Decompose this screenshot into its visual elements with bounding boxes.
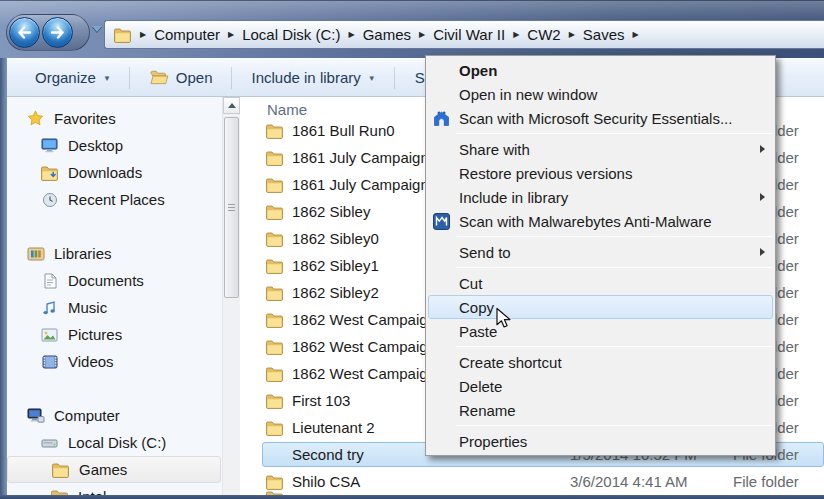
sidebar-scrollbar[interactable] [222, 97, 240, 495]
file-name: Shilo CSA [292, 473, 360, 490]
scrollbar-thumb[interactable] [224, 117, 239, 298]
menu-item-properties[interactable]: Properties [426, 429, 775, 453]
window-bottom-border [0, 495, 824, 499]
file-name: First 103 [292, 392, 350, 409]
menu-item-open[interactable]: Open [426, 58, 775, 82]
breadcrumb: ▶Computer▶Local Disk (C:)▶Games▶Civil Wa… [132, 26, 647, 43]
menu-separator [456, 425, 772, 426]
breadcrumb-segment-local-disk-c[interactable]: Local Disk (C:) [242, 26, 340, 43]
breadcrumb-segment-saves[interactable]: Saves [583, 26, 625, 43]
menu-item-label: Scan with Microsoft Security Essentials.… [459, 110, 732, 127]
menu-item-restore-previous-versions[interactable]: Restore previous versions [426, 161, 775, 185]
toolbar-button-open[interactable]: Open [138, 65, 225, 91]
breadcrumb-segment-computer[interactable]: Computer [154, 26, 220, 43]
menu-item-cut[interactable]: Cut [426, 271, 775, 295]
menu-item-label: Create shortcut [459, 354, 562, 371]
sidebar-group-label: Favorites [54, 110, 116, 127]
file-name: 1862 West Campaign [292, 365, 436, 382]
file-name: 1861 July Campaign [292, 176, 429, 193]
recent-pages-dropdown chevron-down-icon[interactable] [92, 26, 102, 32]
menu-item-paste[interactable]: Paste [426, 319, 775, 343]
context-menu: OpenOpen in new windowScan with Microsof… [425, 55, 776, 456]
breadcrumb-segment-civil-war-ii[interactable]: Civil War II [433, 26, 505, 43]
folder-icon [265, 312, 284, 328]
folder-icon [265, 474, 284, 490]
nav-buttons [6, 14, 90, 51]
sidebar-item-local-disk-c[interactable]: Local Disk (C:) [7, 429, 222, 456]
file-name: 1862 Sibley2 [292, 284, 379, 301]
sidebar-group-gap [7, 375, 222, 402]
menu-item-rename[interactable]: Rename [426, 398, 775, 422]
mse-icon [431, 108, 451, 128]
back-button[interactable] [9, 17, 40, 48]
breadcrumb-arrow[interactable]: ▶ [513, 30, 519, 39]
sidebar-group-gap [7, 213, 222, 240]
sidebar-item-games[interactable]: Games [7, 456, 221, 483]
file-type: File folder [733, 473, 799, 490]
scrollbar-up-button[interactable] [223, 97, 240, 114]
videos-icon [40, 355, 59, 369]
sidebar-group-computer[interactable]: Computer [7, 402, 222, 429]
sidebar-item-documents[interactable]: Documents [7, 267, 222, 294]
menu-item-include-in-library[interactable]: Include in library [426, 185, 775, 209]
desktop-icon [40, 138, 59, 153]
menu-separator [456, 236, 772, 237]
libraries-icon [26, 246, 45, 262]
folder-icon [265, 393, 284, 409]
toolbar-button-include-in-library[interactable]: Include in library▼ [240, 65, 388, 91]
arrow-left-icon [15, 26, 34, 39]
menu-item-share-with[interactable]: Share with [426, 137, 775, 161]
file-name: Lieutenant 2 [292, 419, 375, 436]
address-bar[interactable]: ▶Computer▶Local Disk (C:)▶Games▶Civil Wa… [104, 20, 824, 49]
toolbar-button-organize[interactable]: Organize▼ [23, 65, 123, 91]
window-left-border [0, 58, 7, 499]
breadcrumb-arrow[interactable]: ▶ [228, 30, 234, 39]
folder-icon [51, 462, 70, 478]
sidebar-item-pictures[interactable]: Pictures [7, 321, 222, 348]
folder-icon [265, 177, 284, 193]
file-name: 1861 July Campaign [292, 149, 429, 166]
submenu-arrow-icon [760, 145, 765, 153]
menu-separator [456, 346, 772, 347]
sidebar-group-label: Computer [54, 407, 120, 424]
column-header-name[interactable]: Name [267, 101, 307, 118]
sidebar-item-desktop[interactable]: Desktop [7, 132, 222, 159]
breadcrumb-arrow[interactable]: ▶ [633, 30, 639, 39]
menu-item-label: Cut [459, 275, 482, 292]
menu-item-label: Delete [459, 378, 502, 395]
sidebar-group-libraries[interactable]: Libraries [7, 240, 222, 267]
sidebar-group-favorites[interactable]: Favorites [7, 105, 222, 132]
menu-item-label: Paste [459, 323, 497, 340]
menu-item-scan-with-microsoft-security-essentials[interactable]: Scan with Microsoft Security Essentials.… [426, 106, 775, 130]
menu-item-create-shortcut[interactable]: Create shortcut [426, 350, 775, 374]
menu-item-delete[interactable]: Delete [426, 374, 775, 398]
explorer-window: ▶Computer▶Local Disk (C:)▶Games▶Civil Wa… [0, 0, 824, 499]
breadcrumb-arrow[interactable]: ▶ [419, 30, 425, 39]
breadcrumb-segment-cw2[interactable]: CW2 [527, 26, 560, 43]
menu-item-copy[interactable]: Copy [426, 295, 775, 319]
sidebar-item-music[interactable]: Music [7, 294, 222, 321]
sidebar-item-label: Music [68, 299, 107, 316]
breadcrumb-segment-games[interactable]: Games [363, 26, 411, 43]
menu-item-label: Rename [459, 402, 516, 419]
breadcrumb-arrow[interactable]: ▶ [140, 30, 146, 39]
file-name: 1862 West Campaign [292, 338, 436, 355]
file-name: 1862 West Campaign [292, 311, 436, 328]
file-name: 1862 Sibley1 [292, 257, 379, 274]
chevron-down-icon: ▼ [103, 74, 111, 83]
forward-button[interactable] [42, 17, 73, 48]
menu-item-open-in-new-window[interactable]: Open in new window [426, 82, 775, 106]
menu-item-scan-with-malwarebytes-anti-malware[interactable]: Scan with Malwarebytes Anti-Malware [426, 209, 775, 233]
sidebar-item-downloads[interactable]: Downloads [7, 159, 222, 186]
sidebar-item-intel[interactable]: Intel [7, 483, 222, 495]
toolbar-separator [129, 67, 130, 89]
disk-icon [40, 436, 59, 450]
menu-item-send-to[interactable]: Send to [426, 240, 775, 264]
file-row-shilo-csa[interactable]: Shilo CSA3/6/2014 4:41 AMFile folder [240, 468, 824, 495]
sidebar-item-recent-places[interactable]: Recent Places [7, 186, 222, 213]
folder-icon [113, 27, 132, 43]
sidebar-item-videos[interactable]: Videos [7, 348, 222, 375]
breadcrumb-arrow[interactable]: ▶ [569, 30, 575, 39]
breadcrumb-arrow[interactable]: ▶ [349, 30, 355, 39]
sidebar-item-label: Downloads [68, 164, 142, 181]
